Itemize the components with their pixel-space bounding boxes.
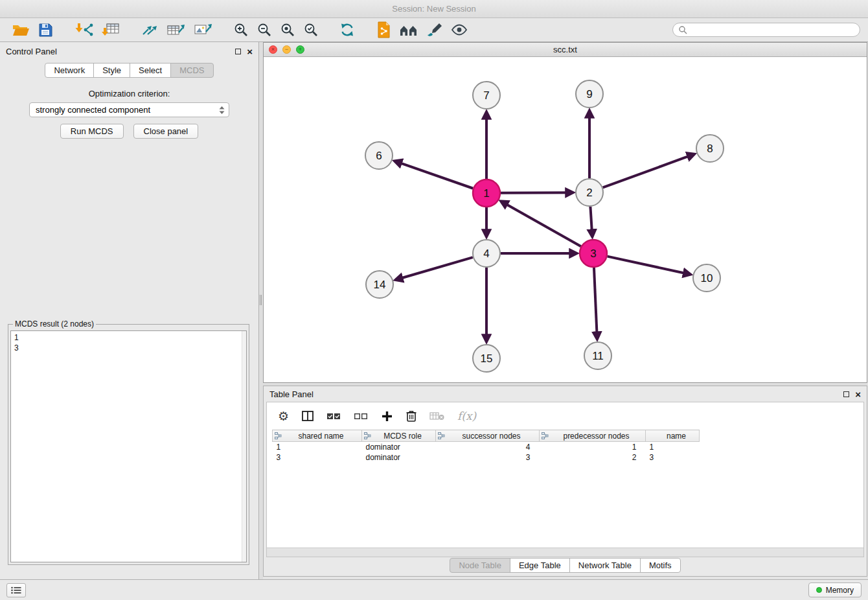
zoom-out-button[interactable] <box>255 20 274 40</box>
tab-network[interactable]: Network <box>45 63 94 78</box>
zoom-selected-button[interactable] <box>301 20 321 40</box>
open-folder-icon <box>12 22 30 38</box>
status-bar: Memory <box>0 579 868 600</box>
tab-mcds[interactable]: MCDS <box>170 63 213 78</box>
graph-node[interactable]: 9 <box>576 80 603 108</box>
graph-node[interactable]: 8 <box>696 135 724 162</box>
delete-column-button[interactable] <box>404 408 418 424</box>
close-table-panel-button[interactable]: × <box>855 389 861 399</box>
graph-edge[interactable] <box>607 257 690 275</box>
import-table-button[interactable] <box>99 20 122 40</box>
graph-edge[interactable] <box>395 161 474 189</box>
result-scrollbar[interactable] <box>242 331 246 562</box>
minimize-window-button[interactable]: − <box>282 45 291 54</box>
graph-edge[interactable] <box>396 257 473 280</box>
column-header-successor-nodes[interactable]: successor nodes <box>436 430 540 442</box>
graph-edge[interactable] <box>594 268 597 339</box>
main-toolbar <box>0 18 868 42</box>
svg-text:2: 2 <box>586 187 592 199</box>
tab-node-table[interactable]: Node Table <box>450 558 510 573</box>
close-panel-button[interactable]: Close panel <box>133 124 199 139</box>
unselect-all-rows-button[interactable] <box>352 409 370 423</box>
refresh-view-button[interactable] <box>337 20 357 40</box>
graph-node[interactable]: 6 <box>365 142 393 169</box>
new-network-button[interactable] <box>139 20 160 40</box>
graph-edge[interactable] <box>603 154 694 188</box>
table-row[interactable]: 3dominator323 <box>273 452 700 463</box>
style-brush-icon <box>426 22 443 38</box>
save-session-button[interactable] <box>36 20 55 40</box>
split-columns-icon <box>301 410 314 422</box>
zoom-in-button[interactable] <box>231 20 251 40</box>
open-session-button[interactable] <box>10 20 32 40</box>
graph-node[interactable]: 15 <box>473 345 500 372</box>
graph-node[interactable]: 3 <box>580 240 607 267</box>
column-header-predecessor-nodes[interactable]: predecessor nodes <box>540 430 646 442</box>
graph-node[interactable]: 7 <box>473 82 500 109</box>
close-window-button[interactable]: × <box>269 45 277 54</box>
criterion-dropdown[interactable]: strongly connected component <box>29 102 229 117</box>
column-type-icon <box>275 432 282 441</box>
column-header-shared-name[interactable]: shared name <box>273 430 362 442</box>
delete-table-button[interactable] <box>428 409 446 423</box>
apply-style-button[interactable] <box>424 20 445 40</box>
tab-select[interactable]: Select <box>130 63 171 78</box>
svg-text:15: 15 <box>481 352 493 365</box>
import-network-button[interactable] <box>72 20 95 40</box>
mcds-result-title: MCDS result (2 nodes) <box>13 319 96 329</box>
table-horizontal-scrollbar[interactable] <box>267 548 863 557</box>
table-settings-button[interactable]: ⚙ <box>277 409 290 424</box>
table-panel-tabs: Node Table Edge Table Network Table Moti… <box>264 558 867 573</box>
network-canvas[interactable]: 7968124314101511 <box>264 57 867 382</box>
graph-node[interactable]: 1 <box>473 179 500 207</box>
search-input[interactable] <box>691 25 854 36</box>
graph-node[interactable]: 11 <box>584 342 611 369</box>
graph-node[interactable]: 4 <box>473 240 500 267</box>
select-all-icon <box>326 410 341 422</box>
float-panel-button[interactable] <box>235 49 241 54</box>
tab-network-table[interactable]: Network Table <box>569 558 641 573</box>
table-row[interactable]: 1dominator411 <box>273 442 700 453</box>
task-history-button[interactable] <box>6 583 26 597</box>
control-panel-header: Control Panel × <box>0 42 258 60</box>
tab-edge-table[interactable]: Edge Table <box>510 558 570 573</box>
export-table-button[interactable] <box>164 20 187 40</box>
table-area: ⚙ <box>266 402 864 557</box>
graph-node[interactable]: 2 <box>576 179 603 206</box>
network-overview-button[interactable] <box>397 20 420 40</box>
search-box[interactable] <box>672 23 860 37</box>
graph-edge[interactable] <box>501 202 581 246</box>
svg-text:6: 6 <box>376 150 382 162</box>
column-header-name[interactable]: name <box>646 430 700 442</box>
network-window-titlebar[interactable]: × − + scc.txt <box>264 43 867 57</box>
table-panel-title: Table Panel <box>269 389 314 399</box>
function-builder-button[interactable]: f(x) <box>456 408 477 424</box>
add-column-button[interactable] <box>380 409 394 424</box>
memory-button[interactable]: Memory <box>808 583 862 597</box>
split-columns-button[interactable] <box>300 408 315 424</box>
graph-node[interactable]: 14 <box>366 271 393 298</box>
new-network-icon <box>141 22 158 38</box>
mcds-result-list[interactable]: 1 3 <box>10 330 247 562</box>
graph-edge[interactable] <box>501 192 573 193</box>
network-snapshot-button[interactable] <box>374 20 393 40</box>
tab-style[interactable]: Style <box>93 63 130 78</box>
float-table-panel-button[interactable] <box>843 391 849 397</box>
tab-motifs[interactable]: Motifs <box>640 558 681 573</box>
fx-icon: f(x) <box>457 410 476 422</box>
close-panel-icon-button[interactable]: × <box>247 47 253 56</box>
run-mcds-button[interactable]: Run MCDS <box>60 124 124 139</box>
zoom-selected-icon <box>303 22 319 38</box>
graph-node[interactable]: 10 <box>693 264 720 292</box>
node-table: shared name MCDS role successor nodes pr… <box>272 430 700 463</box>
mcds-result-group: MCDS result (2 nodes) 1 3 <box>8 319 249 565</box>
column-header-mcds-role[interactable]: MCDS role <box>362 430 436 442</box>
export-image-button[interactable] <box>191 20 214 40</box>
export-group <box>137 20 216 40</box>
graph-edge[interactable] <box>590 207 592 237</box>
select-all-rows-button[interactable] <box>325 409 343 423</box>
maximize-window-button[interactable]: + <box>296 45 304 54</box>
show-hide-button[interactable] <box>449 20 470 40</box>
zoom-fit-button[interactable] <box>278 20 297 40</box>
control-panel-tabs: Network Style Select MCDS <box>0 63 258 78</box>
